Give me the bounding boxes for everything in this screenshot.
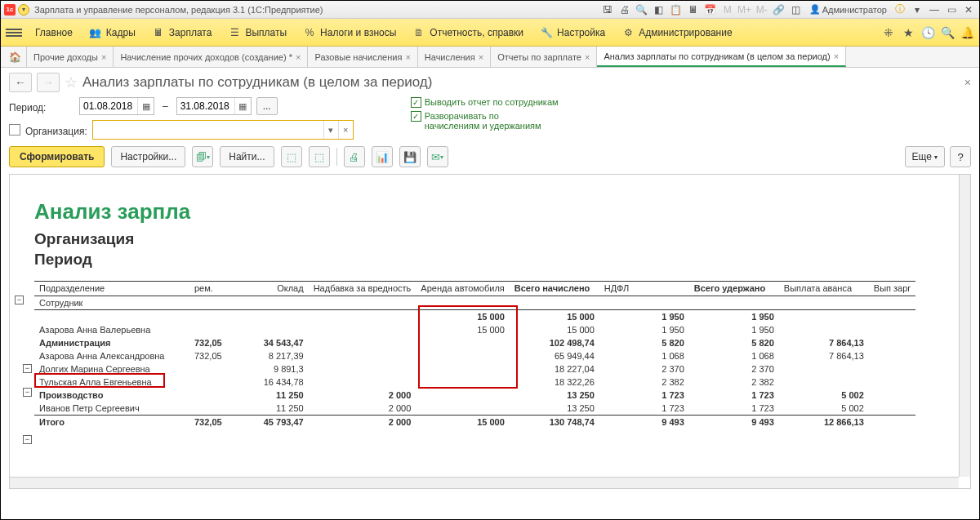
help-button[interactable]: ? — [950, 146, 971, 167]
mem-m[interactable]: M — [720, 3, 735, 16]
collapse-icon[interactable]: ⬚ — [309, 146, 330, 167]
table-row[interactable]: Азарова Анна Александровна732,058 217,39… — [34, 349, 915, 362]
table-row[interactable]: Азарова Анна Валерьевна15 00015 0001 950… — [34, 323, 915, 336]
window-title: Зарплата и управление персоналом, редакц… — [34, 5, 600, 15]
close-window-icon[interactable]: ✕ — [961, 3, 976, 16]
settings-button[interactable]: Настройки... — [111, 146, 185, 167]
table-row[interactable]: Администрация732,0534 543,47102 498,745 … — [34, 336, 915, 349]
toolbar: Сформировать Настройки... 🗐▾ Найти... ⬚ … — [9, 146, 971, 167]
menu-kadry[interactable]: 👥Кадры — [81, 19, 144, 46]
tree-toggle[interactable]: − — [23, 388, 32, 397]
org-label: Организация: — [25, 122, 87, 137]
tab-2[interactable]: Разовые начисления× — [308, 47, 417, 67]
menu-vyplaty[interactable]: ☰Выплаты — [220, 19, 295, 46]
menu-admin[interactable]: ⚙Администрирование — [613, 19, 740, 46]
close-icon[interactable]: × — [479, 52, 483, 62]
page-close-icon[interactable]: × — [964, 76, 971, 89]
info-icon[interactable]: ⓘ — [893, 3, 907, 16]
expand-icon[interactable]: ⬚ — [281, 146, 302, 167]
grid-icon[interactable]: ⁜ — [881, 25, 896, 40]
chart-icon[interactable]: 📊 — [372, 146, 393, 167]
nav-back[interactable]: ← — [9, 73, 32, 92]
star-icon[interactable]: ★ — [901, 25, 915, 40]
bell-icon[interactable]: 🔔 — [960, 25, 974, 40]
menu-nastroika[interactable]: 🔧Настройка — [532, 19, 613, 46]
report-table: Подразделениерем.ОкладНадбавка за вредно… — [34, 281, 915, 429]
form-button[interactable]: Сформировать — [9, 146, 105, 167]
report-area: − − − − Анализ зарпла Организация Период… — [9, 174, 971, 489]
print2-icon[interactable]: 🖨 — [344, 146, 365, 167]
dropdown-icon[interactable]: ▾ — [323, 121, 338, 139]
tabbar: 🏠 Прочие доходы× Начисление прочих доход… — [1, 47, 979, 68]
maximize-icon[interactable]: ▭ — [944, 3, 959, 16]
table-row[interactable]: Производство11 2502 00013 2501 7231 7235… — [34, 389, 915, 402]
date-from-input[interactable]: ▦ — [79, 97, 154, 115]
titlebar: 1c ▾ Зарплата и управление персоналом, р… — [1, 1, 979, 19]
home-tab[interactable]: 🏠 — [4, 47, 27, 67]
chk2[interactable]: ✓ — [411, 111, 421, 122]
tab-1[interactable]: Начисление прочих доходов (создание) *× — [114, 47, 308, 67]
table-row[interactable]: 15 00015 0001 9501 950 — [34, 310, 915, 324]
tab-5[interactable]: Анализ зарплаты по сотрудникам (в целом … — [597, 47, 846, 67]
close-icon[interactable]: × — [296, 52, 301, 62]
minimize-icon[interactable]: — — [927, 3, 942, 16]
tree-toggle[interactable]: − — [23, 435, 32, 444]
period-more-button[interactable]: ... — [256, 97, 278, 115]
panel-icon[interactable]: ◫ — [789, 3, 804, 16]
history-icon[interactable]: 🕓 — [920, 25, 935, 40]
calc-icon[interactable]: 🖩 — [686, 3, 701, 16]
dropdown2-icon[interactable]: ▾ — [910, 3, 924, 16]
close-icon[interactable]: × — [834, 51, 839, 61]
chk1[interactable]: ✓ — [411, 97, 421, 108]
mail-icon[interactable]: ✉▾ — [427, 146, 448, 167]
menu-nalogi[interactable]: %Налоги и взносы — [295, 19, 404, 46]
close-icon[interactable]: × — [405, 52, 410, 62]
tree-toggle[interactable]: − — [23, 364, 32, 373]
favorite-icon[interactable]: ☆ — [65, 73, 78, 91]
menu-otchet[interactable]: 🗎Отчетность, справки — [404, 19, 532, 46]
scrollbar-h[interactable] — [10, 477, 959, 488]
save-settings-icon[interactable]: 🗐▾ — [192, 146, 213, 167]
search2-icon[interactable]: 🔍 — [940, 25, 955, 40]
org-checkbox[interactable] — [9, 124, 20, 136]
find-button[interactable]: Найти... — [220, 146, 274, 167]
main-menu: Главное 👥Кадры 🖩Зарплата ☰Выплаты %Налог… — [1, 19, 979, 47]
percent-icon: % — [303, 26, 316, 39]
tree-toggle[interactable]: − — [15, 296, 24, 304]
compare-icon[interactable]: ◧ — [652, 3, 666, 16]
scrollbar-v[interactable] — [959, 175, 970, 477]
page-body: ← → ☆ Анализ зарплаты по сотрудникам (в … — [1, 68, 979, 494]
table-row[interactable]: Иванов Петр Сергеевич11 2502 00013 2501 … — [34, 402, 915, 416]
clipboard-icon[interactable]: 📋 — [669, 3, 684, 16]
save-icon[interactable]: 🖫 — [600, 3, 615, 16]
table-row[interactable]: Тульская Алла Евгеньевна16 434,7818 322,… — [34, 376, 915, 389]
close-icon[interactable]: × — [101, 52, 106, 62]
mem-mplus[interactable]: M+ — [737, 3, 752, 16]
print-icon[interactable]: 🖨 — [617, 3, 632, 16]
mem-mminus[interactable]: M- — [755, 3, 769, 16]
calendar-icon[interactable]: 📅 — [703, 3, 718, 16]
nav-forward[interactable]: → — [37, 73, 60, 92]
calendar-icon[interactable]: ▦ — [137, 98, 154, 114]
date-to-input[interactable]: ▦ — [176, 97, 252, 115]
user-label[interactable]: 👤 Администратор — [806, 4, 890, 15]
tab-3[interactable]: Начисления× — [418, 47, 491, 67]
link-icon[interactable]: 🔗 — [772, 3, 786, 16]
menu-zarplata[interactable]: 🖩Зарплата — [144, 19, 220, 46]
list-icon: ☰ — [228, 26, 241, 39]
report-title: Анализ зарпла — [34, 199, 965, 224]
clear-icon[interactable]: × — [338, 121, 353, 139]
period-label: Период: — [9, 99, 74, 113]
more-button[interactable]: Еще▾ — [905, 146, 945, 167]
calendar-icon[interactable]: ▦ — [234, 98, 251, 114]
menu-main[interactable]: Главное — [27, 19, 81, 46]
close-icon[interactable]: × — [585, 52, 590, 62]
hamburger-icon[interactable] — [6, 29, 22, 37]
dropdown-icon[interactable]: ▾ — [18, 4, 29, 16]
preview-icon[interactable]: 🔍 — [635, 3, 649, 16]
save2-icon[interactable]: 💾 — [399, 146, 421, 167]
tab-4[interactable]: Отчеты по зарплате× — [491, 47, 597, 67]
tab-0[interactable]: Прочие доходы× — [27, 47, 114, 67]
org-input[interactable]: ▾ × — [92, 120, 354, 140]
table-row[interactable]: Долгих Марина Сергеевна9 891,318 227,042… — [34, 362, 915, 376]
